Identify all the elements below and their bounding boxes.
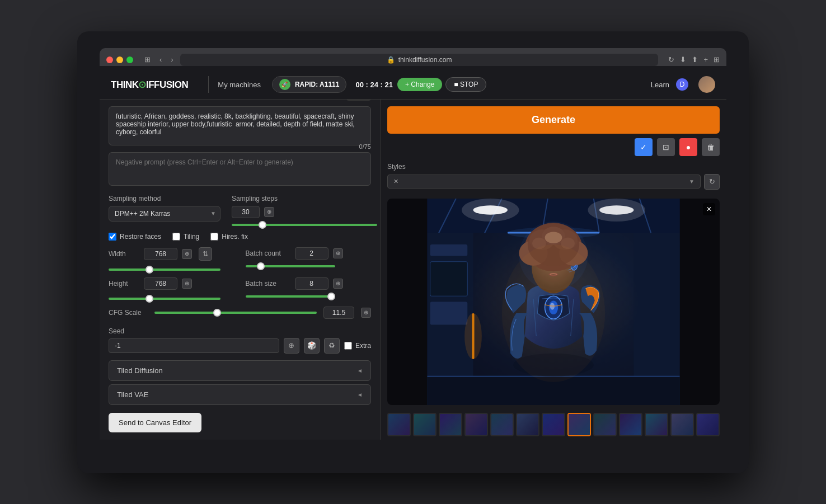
thumbnail-1[interactable] (387, 413, 411, 436)
sampling-method-group: Sampling method DPM++ 2M Karras ▼ (109, 195, 220, 222)
height-input[interactable]: 768 (144, 277, 177, 290)
generated-image (387, 199, 720, 405)
thumbnail-10[interactable] (619, 413, 642, 436)
extra-checkbox[interactable]: Extra (344, 342, 371, 350)
thumbnail-3[interactable] (439, 413, 462, 436)
sampling-method-select[interactable]: DPM++ 2M Karras (109, 206, 220, 222)
tiling-checkbox[interactable]: Tiling (172, 233, 199, 241)
change-machine-button[interactable]: + Change (397, 78, 442, 91)
thumbnail-8[interactable] (567, 413, 591, 436)
action-grid-btn[interactable]: ⊡ (657, 138, 675, 156)
send-to-canvas-button[interactable]: Send to Canvas Editor (109, 413, 201, 432)
thumbnail-5[interactable] (490, 413, 514, 436)
styles-dropdown-arrow: ▼ (689, 178, 694, 185)
action-check-btn[interactable]: ✓ (635, 138, 653, 156)
generate-button[interactable]: Generate (387, 106, 720, 134)
download-btn[interactable]: ⬇ (680, 55, 686, 64)
tiled-diffusion-header[interactable]: Tiled Diffusion ◄ (109, 361, 370, 380)
sampling-method-select-wrapper: DPM++ 2M Karras ▼ (109, 206, 220, 222)
cfg-spinner[interactable]: ⊕ (361, 308, 371, 318)
nav-forward-btn[interactable]: › (168, 54, 175, 65)
batch-size-group: Batch size 8 ⊕ (246, 277, 372, 300)
seed-input[interactable]: -1 (109, 338, 279, 353)
width-batch-row: Width 768 ⊕ ⇅ Batch count 2 (109, 247, 371, 273)
thumbnail-strip (381, 409, 726, 440)
seed-dice-btn[interactable]: 🎲 (304, 338, 320, 354)
new-tab-btn[interactable]: + (703, 55, 708, 64)
restore-faces-input[interactable] (109, 233, 116, 241)
discord-icon[interactable]: D (676, 78, 688, 91)
thumbnail-11[interactable] (645, 413, 668, 436)
thumbnail-7[interactable] (542, 413, 565, 436)
width-input[interactable]: 768 (144, 248, 177, 260)
learn-link[interactable]: Learn (651, 81, 669, 89)
swap-dimensions-button[interactable]: ⇅ (199, 247, 212, 261)
styles-x-btn[interactable]: ✕ (393, 178, 398, 185)
hires-fix-checkbox[interactable]: Hires. fix (210, 233, 248, 241)
tab-switcher-icon[interactable]: ⊞ (142, 54, 153, 65)
height-spinner[interactable]: ⊕ (182, 279, 192, 289)
extra-label: Extra (355, 342, 371, 350)
extra-checkbox-input[interactable] (344, 342, 352, 350)
width-row: Width 768 ⊕ ⇅ (109, 247, 234, 261)
svg-rect-13 (430, 244, 468, 256)
thumbnail-12[interactable] (670, 413, 694, 436)
batch-count-row: Batch count 2 ⊕ (246, 247, 372, 260)
width-slider[interactable] (109, 269, 220, 271)
negative-prompt-input[interactable] (109, 152, 371, 186)
steps-slider[interactable] (232, 224, 377, 226)
tiling-input[interactable] (172, 233, 180, 241)
batch-size-input[interactable]: 8 (295, 277, 328, 290)
thumbnail-9[interactable] (593, 413, 617, 436)
cfg-slider[interactable] (154, 312, 317, 314)
image-close-btn[interactable]: ✕ (703, 203, 715, 215)
minimize-window-btn[interactable] (116, 56, 123, 63)
share-btn[interactable]: ⬆ (692, 55, 698, 64)
thumbnail-13[interactable] (696, 413, 720, 436)
action-record-btn[interactable]: ● (679, 138, 697, 156)
sampling-params-row: Sampling method DPM++ 2M Karras ▼ Sampli… (109, 195, 371, 226)
styles-refresh-btn[interactable]: ↻ (704, 174, 720, 190)
tiled-diffusion-accordion[interactable]: Tiled Diffusion ◄ (109, 360, 371, 381)
action-trash-btn[interactable]: 🗑 (702, 138, 720, 156)
restore-faces-checkbox[interactable]: Restore faces (109, 233, 161, 241)
thumbnail-2[interactable] (413, 413, 437, 436)
maximize-window-btn[interactable] (126, 56, 133, 63)
batch-size-spinner[interactable]: ⊕ (333, 279, 343, 289)
batch-count-spinner[interactable]: ⊕ (333, 248, 343, 258)
tiled-diffusion-arrow-icon: ◄ (357, 368, 363, 374)
steps-spinner[interactable]: ⊕ (264, 207, 274, 217)
machine-icon: 🚀 (279, 79, 290, 90)
batch-count-group: Batch count 2 ⊕ (246, 247, 372, 270)
hires-fix-input[interactable] (210, 233, 218, 241)
tiled-vae-header[interactable]: Tiled VAE ◄ (109, 385, 370, 404)
seed-recycle-btn[interactable]: ♻ (324, 338, 340, 354)
neg-counter: 0/75 (359, 143, 371, 150)
height-group: Height 768 ⊕ (109, 277, 234, 302)
batch-count-slider[interactable] (246, 265, 335, 267)
batch-size-slider[interactable] (246, 295, 335, 298)
thumbnail-6[interactable] (516, 413, 539, 436)
extensions-btn[interactable]: ⊞ (714, 55, 720, 64)
tiled-vae-accordion[interactable]: Tiled VAE ◄ (109, 384, 371, 405)
steps-value-input[interactable]: 30 (232, 206, 260, 218)
address-bar[interactable]: 🔒 thinkdiffusion.com (180, 54, 659, 66)
styles-dropdown[interactable]: ✕ ▼ (387, 175, 701, 189)
stop-machine-button[interactable]: ■ STOP (445, 77, 486, 92)
seed-reset-btn[interactable]: ⊕ (284, 338, 299, 354)
my-machines-link[interactable]: My machines (218, 81, 261, 89)
reload-btn[interactable]: ↻ (668, 55, 674, 64)
user-avatar[interactable] (698, 76, 715, 93)
cfg-value-input[interactable]: 11.5 (323, 307, 354, 319)
close-window-btn[interactable] (106, 56, 113, 63)
batch-count-input[interactable]: 2 (295, 247, 328, 260)
width-spinner[interactable]: ⊕ (182, 249, 192, 259)
prompt-input[interactable]: futuristic, African, goddess, realistic,… (109, 106, 371, 145)
seed-section: Seed -1 ⊕ 🎲 ♻ Extra (109, 326, 371, 354)
sampling-method-label: Sampling method (109, 195, 220, 202)
width-group: Width 768 ⊕ ⇅ (109, 247, 234, 273)
height-slider[interactable] (109, 298, 220, 300)
nav-back-btn[interactable]: ‹ (157, 54, 164, 65)
thumbnail-4[interactable] (464, 413, 488, 436)
tiled-vae-title: Tiled VAE (117, 390, 148, 399)
